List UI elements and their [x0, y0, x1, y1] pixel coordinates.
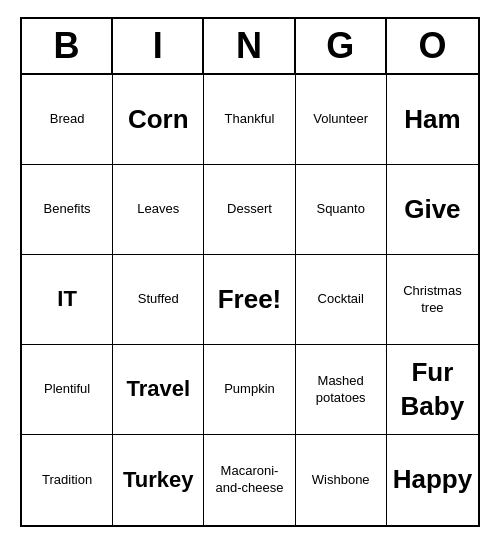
bingo-grid: BreadCornThankfulVolunteerHamBenefitsLea… [22, 75, 478, 525]
bingo-cell: Stuffed [113, 255, 204, 345]
bingo-cell: Pumpkin [204, 345, 295, 435]
bingo-cell: Christmas tree [387, 255, 478, 345]
bingo-cell: IT [22, 255, 113, 345]
bingo-cell: Plentiful [22, 345, 113, 435]
bingo-cell: Free! [204, 255, 295, 345]
bingo-cell: Turkey [113, 435, 204, 525]
bingo-cell: Squanto [296, 165, 387, 255]
header-letter: O [387, 19, 478, 73]
bingo-cell: Travel [113, 345, 204, 435]
bingo-cell: Macaroni-and-cheese [204, 435, 295, 525]
bingo-cell: Cocktail [296, 255, 387, 345]
bingo-cell: Wishbone [296, 435, 387, 525]
header-letter: B [22, 19, 113, 73]
bingo-cell: Bread [22, 75, 113, 165]
bingo-cell: Leaves [113, 165, 204, 255]
bingo-cell: Corn [113, 75, 204, 165]
bingo-cell: Benefits [22, 165, 113, 255]
bingo-card: BINGO BreadCornThankfulVolunteerHamBenef… [20, 17, 480, 527]
bingo-cell: Volunteer [296, 75, 387, 165]
bingo-cell: Ham [387, 75, 478, 165]
header-letter: I [113, 19, 204, 73]
bingo-cell: Thankful [204, 75, 295, 165]
bingo-cell: Fur Baby [387, 345, 478, 435]
header-letter: N [204, 19, 295, 73]
bingo-cell: Give [387, 165, 478, 255]
bingo-header: BINGO [22, 19, 478, 75]
bingo-cell: Happy [387, 435, 478, 525]
bingo-cell: Dessert [204, 165, 295, 255]
header-letter: G [296, 19, 387, 73]
bingo-cell: Mashed potatoes [296, 345, 387, 435]
bingo-cell: Tradition [22, 435, 113, 525]
